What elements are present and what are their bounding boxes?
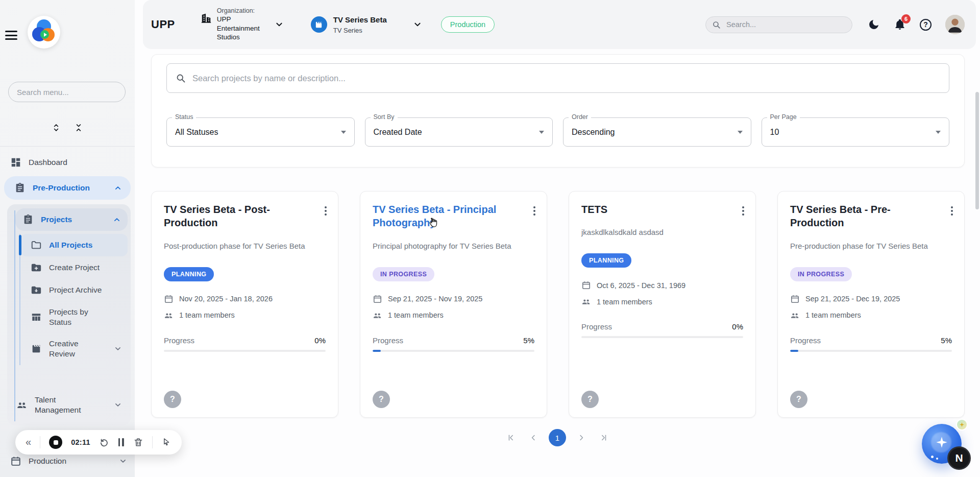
current-page-button[interactable]: 1 — [549, 429, 566, 446]
sidebar-item-projects-by-status[interactable]: Projects by Status — [20, 301, 128, 333]
project-title[interactable]: TV Series Beta - Post-Production — [164, 203, 326, 230]
project-cards-grid: TV Series Beta - Post-Production Post-pr… — [151, 191, 965, 418]
notification-count-badge: 6 — [901, 14, 911, 23]
people-icon — [164, 311, 174, 320]
project-title[interactable]: TV Series Beta - Pre-Production — [790, 203, 952, 230]
status-badge: PLANNING — [164, 267, 214, 281]
card-menu-icon[interactable] — [324, 204, 328, 218]
sidebar-item-talent-management[interactable]: Talent Management — [12, 390, 128, 420]
people-icon — [581, 297, 591, 306]
notifications-button[interactable]: 6 — [894, 18, 906, 31]
sidebar-item-label: All Projects — [49, 240, 92, 250]
global-search-input[interactable] — [705, 16, 852, 33]
app-logo[interactable] — [28, 16, 60, 49]
sidebar-item-label: Production — [29, 456, 66, 466]
calendar-icon — [790, 294, 800, 304]
team-count: 1 team members — [179, 311, 235, 319]
calendar-icon — [10, 456, 21, 467]
card-menu-icon[interactable] — [741, 204, 745, 218]
sparkle-icon — [935, 436, 948, 449]
per-page-select[interactable]: Per Page 10 — [762, 117, 950, 147]
owner-avatar: ? — [790, 391, 807, 408]
select-label: Status — [172, 113, 196, 121]
owner-avatar: ? — [581, 391, 599, 408]
chevron-down-icon — [274, 19, 284, 30]
restart-recording-icon[interactable] — [99, 437, 109, 447]
progress-value: 0% — [314, 336, 326, 345]
calendar-icon — [581, 280, 591, 290]
status-select[interactable]: Status All Statuses — [166, 117, 355, 147]
building-icon — [201, 12, 212, 23]
main-content: Status All Statuses Sort By Created Date… — [135, 49, 980, 477]
sidebar-item-dashboard[interactable]: Dashboard — [0, 151, 135, 174]
page-scrollbar-thumb[interactable] — [975, 92, 979, 209]
order-select[interactable]: Order Descending — [563, 117, 751, 147]
stop-recording-button[interactable] — [49, 436, 62, 449]
sidebar-item-project-archive[interactable]: Project Archive — [20, 279, 128, 301]
people-icon — [790, 311, 800, 320]
select-value: 10 — [762, 118, 949, 146]
dropdown-arrow-icon — [341, 131, 346, 134]
clipboard-icon — [22, 214, 34, 225]
assistant-dot — [931, 456, 934, 458]
team-row: 1 team members — [164, 311, 235, 320]
project-card: TV Series Beta - Pre-Production Pre-prod… — [777, 191, 965, 418]
search-icon — [712, 20, 721, 29]
workspace-selector[interactable]: TV Series Beta TV Series — [311, 15, 423, 34]
user-avatar[interactable] — [945, 15, 965, 34]
toolbar-divider — [152, 436, 153, 448]
last-page-button[interactable] — [597, 431, 611, 445]
sidebar: Dashboard Pre-Production Projects — [0, 0, 135, 477]
folder-plus-icon — [31, 262, 42, 273]
progress-value: 5% — [941, 336, 952, 345]
team-count: 1 team members — [805, 311, 861, 319]
collapse-toolbar-icon[interactable]: « — [26, 437, 31, 448]
help-icon[interactable]: ? — [920, 19, 932, 31]
next-page-button[interactable] — [574, 431, 589, 445]
progress-bar — [373, 350, 534, 352]
previous-page-button[interactable] — [526, 431, 541, 445]
project-description: Pre-production phase for TV Series Beta — [790, 242, 928, 250]
sort-by-select[interactable]: Sort By Created Date — [365, 117, 553, 147]
chevron-up-icon — [113, 183, 122, 193]
sidebar-nav: Dashboard Pre-Production Projects — [0, 151, 135, 477]
sidebar-item-projects[interactable]: Projects — [15, 208, 128, 231]
date-range: Sep 21, 2025 - Nov 19, 2025 — [388, 295, 482, 303]
sidebar-search-input[interactable] — [8, 82, 126, 102]
select-value: Descending — [564, 118, 751, 146]
project-title[interactable]: TV Series Beta - Principal Photography — [373, 203, 534, 230]
progress-value: 5% — [523, 336, 534, 345]
progress-label: Progress — [373, 336, 403, 345]
sidebar-item-all-projects[interactable]: All Projects — [20, 234, 128, 256]
hamburger-menu-icon[interactable] — [5, 29, 17, 42]
project-title[interactable]: TETS — [581, 203, 626, 216]
first-page-button[interactable] — [504, 431, 518, 445]
sidebar-divider — [0, 146, 135, 147]
sidebar-item-create-project[interactable]: Create Project — [20, 256, 128, 279]
dropdown-arrow-icon — [936, 131, 941, 134]
assistant-n-avatar[interactable]: N — [947, 446, 971, 470]
pause-recording-icon[interactable] — [118, 438, 125, 446]
organization-selector[interactable]: Organization: UPP Entertainment Studios — [201, 7, 284, 42]
pagination: 1 — [135, 429, 980, 446]
folder-icon — [31, 240, 42, 251]
date-range: Sep 21, 2025 - Dec 19, 2025 — [805, 295, 900, 303]
sidebar-item-pre-production[interactable]: Pre-Production — [4, 176, 131, 200]
expand-all-icon[interactable] — [51, 123, 61, 133]
project-description: Post-production phase for TV Series Beta — [164, 242, 305, 250]
collapse-all-icon[interactable] — [74, 123, 84, 133]
sidebar-item-creative-review[interactable]: Creative Review — [20, 333, 128, 365]
delete-recording-icon[interactable] — [133, 437, 143, 447]
card-menu-icon[interactable] — [950, 204, 954, 218]
dark-mode-toggle-icon[interactable] — [868, 18, 880, 31]
progress-bar — [790, 350, 952, 352]
card-menu-icon[interactable] — [532, 204, 536, 218]
select-value: All Statuses — [167, 118, 354, 146]
toolbar-divider — [40, 436, 40, 448]
clapperboard-icon — [31, 343, 42, 354]
chevron-down-icon — [412, 19, 423, 30]
cursor-tool-icon[interactable] — [161, 437, 172, 447]
project-search-input[interactable] — [166, 63, 949, 93]
top-header-bar: UPP Organization: UPP Entertainment Stud… — [143, 0, 976, 49]
team-row: 1 team members — [790, 311, 861, 320]
